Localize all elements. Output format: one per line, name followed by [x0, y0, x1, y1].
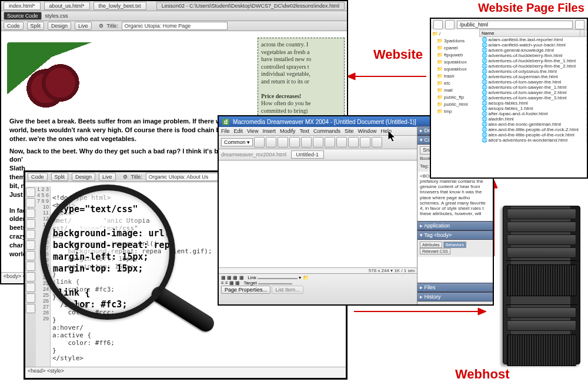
back-icon[interactable] — [433, 20, 443, 29]
code-btn-2[interactable]: Code — [28, 173, 48, 181]
tree-item[interactable]: cpanel — [432, 45, 480, 52]
file-row[interactable]: aladdin.html32,926 — [480, 116, 587, 122]
tool-icon[interactable] — [26, 293, 35, 303]
tool-icon[interactable] — [26, 198, 35, 207]
file-row[interactable]: adventures-of-tom-sawyer-the.html32,911 — [480, 79, 587, 85]
file-list[interactable]: NameSize adam-canfield-the-last-reporter… — [479, 29, 587, 177]
app-panel-hdr[interactable]: ▸ Application — [417, 221, 493, 230]
source-code-btn[interactable]: Source Code — [4, 12, 42, 20]
tool-icon[interactable] — [26, 187, 35, 197]
tool-icon[interactable] — [26, 272, 35, 282]
file-row[interactable]: adventures-of-superman-the.html34,176 — [480, 74, 587, 79]
live-btn[interactable]: Live — [75, 22, 92, 30]
file-row[interactable]: adventures-of-tom-sawyer-the_1.html34,86… — [480, 85, 587, 90]
page-properties-btn[interactable]: Page Properties... — [221, 286, 270, 294]
mx-tab-2[interactable]: Untitled-1 — [291, 150, 325, 159]
tree-item[interactable]: trash — [432, 73, 480, 80]
toolbar-icon[interactable] — [266, 137, 276, 148]
beet-image — [7, 42, 104, 110]
live-btn-2[interactable]: Live — [99, 173, 116, 181]
file-row[interactable]: advent-general-knowledge.html33,431 — [480, 48, 587, 53]
file-row[interactable]: after-tupac-and-d-foster.html34,529 — [480, 111, 587, 116]
file-row[interactable]: adventures-of-huckleberry-finn-the_2.htm… — [480, 63, 587, 69]
col-size[interactable]: Size — [584, 30, 587, 37]
title-field[interactable]: Organic Utopia: Home Page — [122, 22, 228, 30]
file-row[interactable]: adventures-of-odysseus-the.html34,193 — [480, 69, 587, 74]
attributes-tab[interactable]: Attributes — [420, 242, 442, 248]
tool-icon[interactable] — [26, 262, 35, 271]
file-row[interactable]: alex-and-the-little-people-of-the-rock-2… — [480, 127, 587, 132]
toolbar-icon[interactable] — [360, 137, 370, 148]
col-sort[interactable] — [580, 30, 584, 37]
file-row[interactable]: alex-and-the-little-people-of-the-rock.h… — [480, 132, 587, 138]
path-field[interactable]: /public_html — [457, 21, 573, 29]
toolbar-icon[interactable] — [336, 137, 347, 148]
label-website: Website — [373, 47, 423, 62]
file-row[interactable]: adam-canfield-the-last-reporter.html32,8… — [480, 37, 587, 43]
fwd-icon[interactable] — [445, 20, 455, 29]
tree-item[interactable]: squeakbox — [432, 66, 480, 73]
toolbar-icon[interactable] — [313, 137, 323, 148]
design-btn-2[interactable]: Design — [72, 173, 95, 181]
split-btn-2[interactable]: Split — [51, 173, 69, 181]
toolbar-icon[interactable] — [372, 137, 382, 148]
split-btn[interactable]: Split — [27, 22, 45, 30]
file-row[interactable]: alex-and-the-ironic-gentleman.html33,204 — [480, 122, 587, 127]
tag-panel-hdr[interactable]: ▾ Tag <body> — [417, 230, 493, 240]
common-dropdown[interactable]: Common ▾ — [221, 138, 253, 146]
col-name[interactable]: Name — [480, 30, 580, 37]
behaviors-tab[interactable]: Behaviors — [443, 242, 466, 248]
tab-about[interactable]: about_us.html* — [44, 2, 90, 10]
tree-item[interactable]: ftpquweb — [432, 52, 480, 59]
tool-icon[interactable] — [26, 251, 35, 260]
target-field[interactable] — [258, 283, 292, 284]
file-row[interactable]: adventures-of-huckleberry-finn-the_1.htm… — [480, 58, 587, 63]
file-row[interactable]: adventures-of-tom-sawyer-the_2.html32,41… — [480, 90, 587, 95]
reference-text: <BODY>... After all of the prefatory mat… — [417, 172, 493, 221]
tab-beet[interactable]: the_lowly_beet.txt — [93, 2, 146, 10]
tool-icon[interactable] — [26, 304, 35, 313]
tool-icon[interactable] — [26, 219, 35, 229]
toolbar-icon[interactable] — [301, 137, 312, 148]
file-row[interactable]: adventures-of-huckleberry-finn.html35,03… — [480, 53, 587, 58]
tree-item[interactable]: public_ftp — [432, 94, 480, 101]
tree-item[interactable]: public_html — [432, 101, 480, 108]
design-btn[interactable]: Design — [48, 22, 71, 30]
mx-design-canvas[interactable] — [219, 161, 417, 276]
link-field[interactable] — [258, 278, 298, 279]
title-label-2: Title: — [131, 174, 142, 180]
tree-item[interactable]: etc — [432, 80, 480, 87]
file-row[interactable]: adam-canfield-watch-your-back!.html33,70… — [480, 42, 587, 48]
file-row[interactable]: adventures-of-tom-sawyer-the_3.html33,69… — [480, 95, 587, 100]
file-row[interactable]: alice's-adventures-in-wonderland.html34,… — [480, 138, 587, 143]
webhost-server — [491, 206, 585, 370]
tree-item[interactable]: / — [432, 31, 480, 38]
folder-tree[interactable]: /3paddonscpanelftpquwebsqueakboxsqueakbo… — [431, 29, 482, 177]
history-panel-hdr[interactable]: ▸ History — [417, 292, 493, 301]
tool-icon[interactable] — [26, 240, 35, 250]
file-row[interactable]: aesops-fables.html31,616 — [480, 100, 587, 106]
relcss-tab[interactable]: Relevant CSS — [420, 248, 450, 254]
tree-item[interactable]: tmp — [432, 108, 480, 115]
tree-item[interactable]: mail — [432, 87, 480, 94]
code-btn[interactable]: Code — [4, 22, 24, 30]
tool-icon[interactable] — [26, 209, 35, 218]
list-item-btn[interactable]: List Item... — [272, 286, 303, 294]
go-icon[interactable] — [575, 20, 584, 29]
tree-item[interactable]: 3paddons — [432, 38, 480, 45]
toolbar-icon[interactable] — [325, 137, 335, 148]
stylesheet-name[interactable]: styles.css — [45, 13, 68, 19]
toolbar-icon[interactable] — [348, 137, 359, 148]
tool-icon[interactable] — [26, 283, 35, 292]
files-panel-hdr[interactable]: ▸ Files — [417, 283, 493, 292]
file-manager-window: /public_html /3paddonscpanelftpquwebsque… — [430, 18, 588, 179]
toolbar-icon[interactable] — [278, 137, 288, 148]
tree-item[interactable]: squeakbox — [432, 59, 480, 66]
file-row[interactable]: aesops-fables_1.html35,393 — [480, 106, 587, 111]
tab-index[interactable]: index.html* — [4, 2, 41, 10]
mx-tab-1[interactable]: dreamweaver_mx2004.html — [221, 152, 286, 158]
toolbar-icon[interactable] — [289, 137, 300, 148]
tool-icon[interactable] — [26, 230, 35, 239]
arrow-code-to-host — [351, 306, 486, 317]
toolbar-icon[interactable] — [254, 137, 265, 148]
